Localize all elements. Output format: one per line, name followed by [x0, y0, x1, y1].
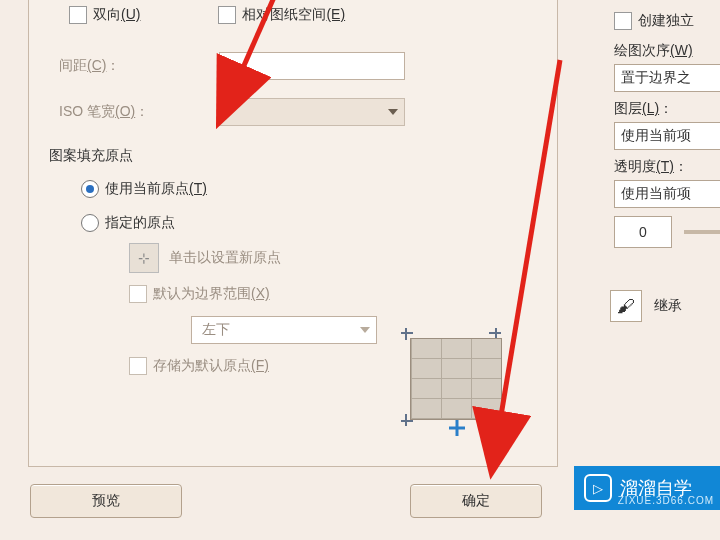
bidirectional-label: 双向(U) [93, 6, 140, 24]
radio-icon [81, 180, 99, 198]
set-origin-icon: ⊹ [129, 243, 159, 273]
preview-button[interactable]: 预览 [30, 484, 182, 518]
default-extents-label: 默认为边界范围(X) [153, 285, 270, 303]
checkbox-icon [129, 285, 147, 303]
spacing-label: 间距(C)： [59, 57, 219, 75]
inherit-properties-button[interactable]: 🖌 继承 [592, 290, 720, 322]
store-default-origin-label: 存储为默认原点(F) [153, 357, 269, 375]
spacing-input[interactable]: 1 [219, 52, 405, 80]
play-icon: ▷ [584, 474, 612, 502]
chevron-down-icon [360, 327, 370, 333]
layer-label: 图层(L)： [592, 100, 720, 118]
layer-dropdown[interactable]: 使用当前项 [614, 122, 720, 150]
set-new-origin-label: 单击以设置新原点 [169, 249, 281, 267]
ok-button[interactable]: 确定 [410, 484, 542, 518]
create-independent-checkbox[interactable]: 创建独立 [592, 6, 720, 36]
bidirectional-checkbox[interactable]: 双向(U) [69, 6, 140, 24]
watermark-url: ZIXUE.3D66.COM [618, 495, 714, 506]
transparency-label: 透明度(T)： [592, 158, 720, 176]
watermark: ▷ 溜溜自学 ZIXUE.3D66.COM [574, 466, 720, 510]
specified-origin-label: 指定的原点 [105, 214, 175, 232]
inherit-icon: 🖌 [610, 290, 642, 322]
create-independent-label: 创建独立 [638, 12, 694, 30]
iso-pen-dropdown[interactable] [219, 98, 405, 126]
use-current-origin-label: 使用当前原点(T) [105, 180, 207, 198]
transparency-value: 使用当前项 [621, 185, 691, 203]
draw-order-value: 置于边界之 [621, 69, 691, 87]
relative-paperspace-checkbox[interactable]: 相对图纸空间(E) [218, 6, 345, 24]
chevron-down-icon [388, 109, 398, 115]
origin-section-title: 图案填充原点 [49, 147, 133, 165]
inherit-label: 继承 [654, 297, 682, 315]
checkbox-icon [614, 12, 632, 30]
relative-paperspace-label: 相对图纸空间(E) [242, 6, 345, 24]
origin-position-value: 左下 [202, 321, 230, 339]
checkbox-icon [218, 6, 236, 24]
hatch-preview [407, 338, 507, 436]
right-options-group: 创建独立 绘图次序(W) 置于边界之 图层(L)： 使用当前项 透明度(T)： … [592, 0, 720, 540]
iso-pen-label: ISO 笔宽(O)： [59, 103, 219, 121]
layer-value: 使用当前项 [621, 127, 691, 145]
checkbox-icon [69, 6, 87, 24]
transparency-spinner[interactable]: 0 [614, 216, 672, 248]
draw-order-label: 绘图次序(W) [592, 42, 720, 60]
checkbox-icon [129, 357, 147, 375]
origin-position-dropdown: 左下 [191, 316, 377, 344]
hatch-settings-group: 双向(U) 相对图纸空间(E) 间距(C)： 1 ISO 笔宽(O)： 图案填充… [28, 0, 558, 467]
transparency-slider[interactable] [684, 230, 720, 234]
draw-order-dropdown[interactable]: 置于边界之 [614, 64, 720, 92]
transparency-dropdown[interactable]: 使用当前项 [614, 180, 720, 208]
specified-origin-radio[interactable]: 指定的原点 [59, 206, 537, 240]
set-new-origin-button: ⊹ 单击以设置新原点 [59, 240, 537, 276]
radio-icon [81, 214, 99, 232]
use-current-origin-radio[interactable]: 使用当前原点(T) [59, 172, 537, 206]
default-extents-checkbox: 默认为边界范围(X) [59, 276, 537, 312]
